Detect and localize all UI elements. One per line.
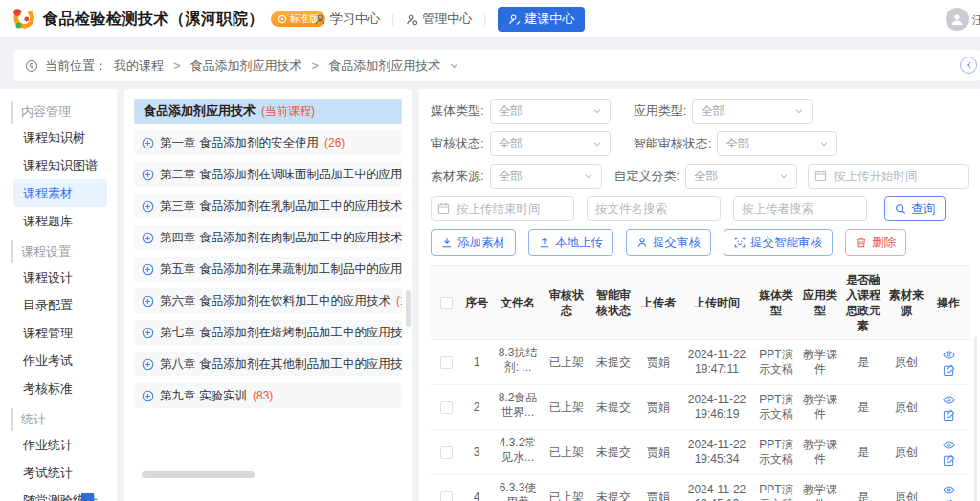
expand-plus-icon[interactable]	[142, 200, 154, 213]
chapter-item-6[interactable]: 第六章 食品添加剂在饮料加工中的应用技术 (179)	[134, 288, 402, 313]
edit-icon[interactable]	[943, 364, 955, 376]
sidebar-item-question-bank[interactable]: 课程题库	[13, 207, 107, 235]
toolbar: 添加素材 本地上传 提交审核 提交智能审核 删除	[431, 229, 969, 256]
cell-index: 4	[461, 475, 492, 501]
filter-row-1: 媒体类型: 全部 应用类型: 全部	[431, 99, 969, 124]
filter-row-3: 素材来源: 全部 自定义分类: 全部	[431, 164, 969, 189]
add-material-button[interactable]: 添加素材	[431, 229, 516, 256]
breadcrumb-item[interactable]: 食品添加剂应用技术	[190, 57, 302, 75]
right-scrollbar-track[interactable]	[974, 337, 977, 501]
custom-category-select[interactable]: 全部	[685, 164, 797, 189]
view-eye-icon[interactable]	[943, 349, 955, 361]
chevron-down-icon	[819, 139, 829, 148]
horizontal-scrollbar[interactable]	[142, 471, 255, 478]
cell-file-name[interactable]: 8.2食品世界...	[494, 391, 542, 420]
file-name-search-input[interactable]	[587, 196, 721, 221]
user-avatar[interactable]	[946, 8, 969, 31]
table-row: 1 8.3抗结剂: ... 已上架 未提交 贾娟 2024-11-22 19:4…	[431, 340, 969, 385]
chapter-item-7[interactable]: 第七章 食品添加剂在焙烤制品加工中的应用技术 (49)	[134, 320, 402, 345]
chapter-item-3[interactable]: 第三章 食品添加剂在乳制品加工中的应用技术 (122)	[134, 194, 402, 218]
app-type-select[interactable]: 全部	[692, 99, 813, 124]
cell-media-type: PPT演示文稿	[754, 385, 798, 430]
sidebar-item-knowledge-graph[interactable]: 课程知识图谱	[13, 151, 107, 179]
expand-plus-icon[interactable]	[142, 232, 154, 244]
edit-icon[interactable]	[943, 409, 955, 421]
col-audit-status: 审核状态	[544, 266, 590, 340]
edit-icon[interactable]	[943, 454, 955, 467]
materials-table: 序号 文件名 审核状态 智能审核状态 上传者 上传时间 媒体类型 应用类型 是否…	[431, 265, 969, 501]
submit-ai-audit-button[interactable]: 提交智能审核	[724, 229, 833, 256]
chapter-count: (83)	[253, 389, 273, 402]
breadcrumb-item[interactable]: 我的课程	[114, 57, 164, 75]
ai-audit-status-select[interactable]: 全部	[717, 131, 837, 156]
user-name: 汪	[972, 12, 980, 29]
view-eye-icon[interactable]	[943, 394, 955, 406]
button-label: 删除	[872, 235, 896, 251]
sidebar-item-knowledge-tree[interactable]: 课程知识树	[13, 124, 107, 151]
cell-audit-status: 已上架	[544, 475, 590, 501]
uploader-search-input[interactable]	[733, 196, 867, 221]
nav-manage-center[interactable]: 管理中心	[406, 11, 472, 28]
sidebar-item-course-materials[interactable]: 课程素材	[13, 179, 107, 207]
sidebar-item-course-management[interactable]: 课程管理	[13, 319, 107, 347]
sidebar-item-exam-stats[interactable]: 考试统计	[13, 459, 107, 487]
view-eye-icon[interactable]	[943, 439, 955, 451]
sidebar-item-assessment-standard[interactable]: 考核标准	[13, 375, 107, 402]
expand-plus-icon[interactable]	[142, 263, 154, 276]
chapter-item-1[interactable]: 第一章 食品添加剂的安全使用 (26)	[134, 130, 402, 155]
breadcrumb-item[interactable]: 食品添加剂应用技术	[328, 57, 440, 75]
row-checkbox[interactable]	[440, 446, 453, 459]
expand-plus-icon[interactable]	[142, 137, 154, 149]
audit-status-select[interactable]: 全部	[490, 131, 611, 156]
expand-plus-icon[interactable]	[142, 169, 154, 181]
nav-course-builder-center[interactable]: 建课中心	[498, 7, 585, 32]
query-button[interactable]: 查询	[884, 196, 946, 221]
course-title: 食品添加剂应用技术	[144, 102, 256, 120]
sidebar-item-homework-stats[interactable]: 作业统计	[13, 431, 107, 459]
expand-plus-icon[interactable]	[142, 390, 154, 402]
cell-media-type: PPT演示文稿	[754, 475, 798, 501]
view-eye-icon[interactable]	[943, 484, 955, 496]
row-checkbox[interactable]	[440, 401, 453, 414]
chapter-item-5[interactable]: 第五章 食品添加剂在果蔬制加工制品中的应用技术 (76)	[134, 257, 402, 282]
expand-plus-icon[interactable]	[142, 295, 154, 307]
back-icon[interactable]	[960, 57, 977, 74]
cell-index: 1	[461, 340, 492, 385]
material-source-select[interactable]: 全部	[490, 164, 602, 189]
cell-index: 3	[461, 430, 492, 475]
local-upload-button[interactable]: 本地上传	[528, 229, 613, 256]
cell-upload-time: 2024-11-22 19:45:13	[679, 475, 754, 501]
col-operations: 操作	[928, 266, 969, 340]
cell-upload-time: 2024-11-22 19:45:34	[679, 430, 754, 475]
current-course-header[interactable]: 食品添加剂应用技术 (当前课程)	[134, 99, 402, 124]
chevron-down-icon	[779, 171, 789, 181]
button-label: 提交审核	[653, 235, 701, 251]
upload-start-date-input[interactable]	[808, 164, 969, 189]
chapter-item-2[interactable]: 第二章 食品添加剂在调味面制品加工中的应用技术 (61)	[134, 162, 402, 187]
media-type-select[interactable]: 全部	[490, 99, 611, 124]
download-tray-icon	[441, 237, 453, 248]
sidebar-item-catalog-config[interactable]: 目录配置	[13, 291, 107, 319]
chapter-item-8[interactable]: 第八章 食品添加剂在其他制品加工中的应用技术 (114)	[134, 352, 402, 376]
row-checkbox[interactable]	[440, 491, 453, 501]
sidebar-item-course-design[interactable]: 课程设计	[13, 263, 107, 291]
chapter-title: 第五章 食品添加剂在果蔬制加工制品中的应用技术	[160, 262, 402, 278]
nav-learning-center[interactable]: 学习中心	[314, 11, 380, 28]
cell-file-name[interactable]: 4.3.2常见水...	[494, 436, 542, 465]
cell-file-name[interactable]: 6.3.3使用着	[494, 481, 542, 501]
chevron-down-icon[interactable]	[449, 60, 459, 71]
upload-end-date-input[interactable]	[431, 196, 574, 221]
chapter-item-9[interactable]: 第九章 实验实训 (83)	[134, 383, 402, 408]
select-all-checkbox[interactable]	[440, 297, 453, 309]
delete-button[interactable]: 删除	[845, 229, 906, 256]
row-checkbox[interactable]	[440, 356, 453, 369]
vertical-scrollbar-thumb[interactable]	[406, 290, 411, 327]
cell-file-name[interactable]: 8.3抗结剂: ...	[494, 346, 542, 375]
expand-plus-icon[interactable]	[142, 358, 154, 371]
expand-plus-icon[interactable]	[142, 327, 154, 339]
chapter-item-4[interactable]: 第四章 食品添加剂在肉制品加工中的应用技术 (79)	[134, 225, 402, 250]
chapter-title: 第七章 食品添加剂在焙烤制品加工中的应用技术	[160, 325, 402, 341]
material-source-label: 素材来源:	[431, 168, 484, 185]
submit-audit-button[interactable]: 提交审核	[626, 229, 711, 256]
sidebar-item-homework-exam[interactable]: 作业考试	[13, 347, 107, 375]
